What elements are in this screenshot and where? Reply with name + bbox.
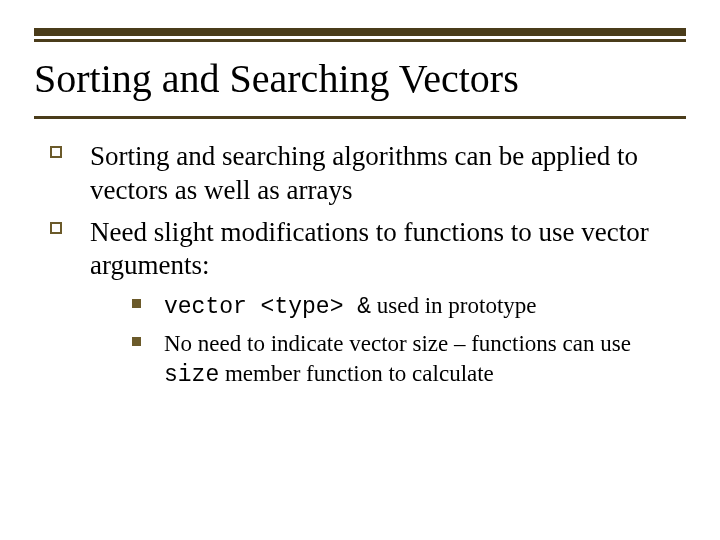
header-rule-thick [34,28,686,36]
sub-bullet-item: vector <type> & used in prototype [132,291,670,323]
sub-bullet-text: member function to calculate [219,361,494,386]
bullet-text: Need slight modifications to functions t… [90,217,649,281]
header-rule [34,28,686,42]
code-text: vector <type> & [164,294,371,320]
slide-title: Sorting and Searching Vectors [34,56,686,102]
bullet-text: Sorting and searching algorithms can be … [90,141,638,205]
sub-bullet-item: No need to indicate vector size – functi… [132,329,670,391]
square-solid-icon [132,337,141,346]
code-text: size [164,362,219,388]
title-underline [34,116,686,119]
sub-bullet-text: No need to indicate vector size – functi… [164,331,631,356]
slide: Sorting and Searching Vectors Sorting an… [0,0,720,540]
sub-bullet-text: used in prototype [371,293,536,318]
square-solid-icon [132,299,141,308]
bullet-item: Sorting and searching algorithms can be … [50,140,670,208]
header-rule-thin [34,39,686,42]
square-open-icon [50,222,62,234]
bullet-item: Need slight modifications to functions t… [50,216,670,391]
slide-body: Sorting and searching algorithms can be … [50,140,670,399]
bullet-list: Sorting and searching algorithms can be … [50,140,670,391]
sub-bullet-list: vector <type> & used in prototype No nee… [90,291,670,391]
square-open-icon [50,146,62,158]
